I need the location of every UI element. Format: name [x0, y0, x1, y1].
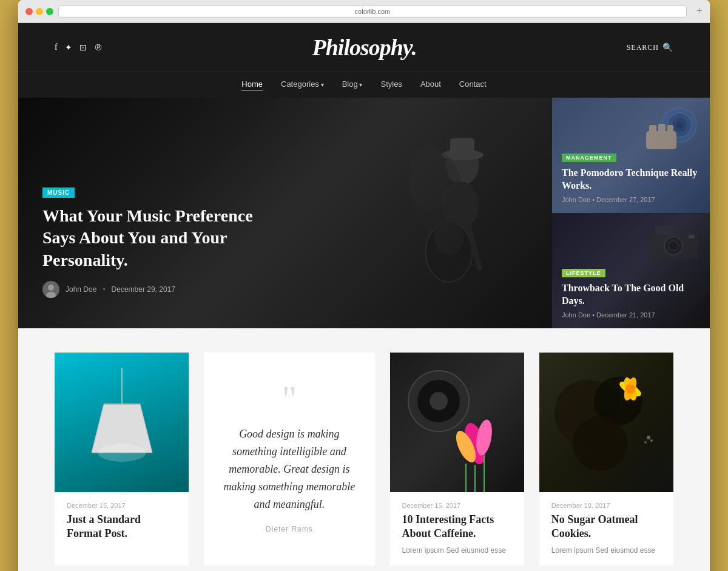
close-button[interactable] [25, 8, 33, 15]
browser-bar: colorlib.com + [18, 0, 710, 23]
browser-dots [25, 8, 53, 15]
nav-categories[interactable]: Categories [281, 79, 324, 90]
side-card-lifestyle-author: John Doe • December 21, 2017 [562, 311, 700, 319]
hero-content: MUSIC What Your Music Preference Says Ab… [42, 186, 273, 298]
svg-point-9 [409, 145, 449, 212]
svg-point-45 [625, 384, 635, 394]
oatmeal-card-date: December 10, 2017 [551, 502, 661, 509]
quote-author: Dieter Rams [266, 525, 313, 533]
side-card-management-title: The Pomodoro Technique Really Works. [562, 167, 700, 192]
search-icon: 🔍 [662, 42, 673, 53]
blog-card-caffeine[interactable]: December 15, 2017 10 Interesting Facts A… [390, 353, 524, 566]
caffeine-card-excerpt: Lorem ipsum Sed eiusmod esse [402, 545, 512, 556]
lamp-background [55, 353, 189, 492]
svg-rect-18 [649, 125, 656, 137]
svg-point-11 [48, 285, 54, 291]
site-header: f ✦ ⊡ ℗ Philosophy. SEARCH 🔍 [18, 23, 710, 72]
lamp-card-image [55, 353, 189, 492]
site-title: Philosophy. [312, 34, 416, 61]
hero-main: MUSIC What Your Music Preference Says Ab… [18, 98, 552, 328]
guitar-player-image [382, 122, 516, 328]
oatmeal-card-excerpt: Lorem ipsum Sed eiusmod esse [551, 545, 661, 556]
nav-blog[interactable]: Blog [342, 79, 363, 90]
twitter-icon[interactable]: ✦ [65, 42, 72, 53]
oatmeal-card-image [539, 353, 673, 492]
equipment-image [643, 220, 704, 262]
oatmeal-card-title: No Sugar Oatmeal Cookies. [551, 513, 661, 541]
hero-date: December 29, 2017 [112, 285, 175, 294]
lamp-card-title: Just a Standard Format Post. [67, 513, 177, 541]
side-card-lifestyle[interactable]: LIFESTYLE Throwback To The Good Old Days… [552, 213, 710, 329]
music-badge: MUSIC [42, 188, 75, 198]
quote-mark: " [282, 384, 297, 413]
svg-point-41 [573, 416, 627, 471]
camera-image [646, 107, 701, 149]
lifestyle-badge: LIFESTYLE [562, 269, 605, 277]
hero-section: MUSIC What Your Music Preference Says Ab… [18, 98, 710, 328]
hero-side: MANAGEMENT The Pomodoro Technique Really… [552, 98, 710, 328]
lamp-card-date: December 15, 2017 [67, 502, 177, 509]
caffeine-card-body: December 15, 2017 10 Interesting Facts A… [390, 492, 524, 566]
blog-card-lamp[interactable]: December 15, 2017 Just a Standard Format… [55, 353, 189, 566]
caffeine-card-date: December 15, 2017 [402, 502, 512, 509]
svg-rect-25 [689, 235, 695, 238]
svg-rect-4 [450, 138, 474, 157]
nav-contact[interactable]: Contact [459, 79, 487, 90]
svg-rect-19 [658, 124, 666, 137]
avatar [42, 281, 59, 298]
facebook-icon[interactable]: f [55, 42, 58, 53]
blog-card-oatmeal[interactable]: December 10, 2017 No Sugar Oatmeal Cooki… [539, 353, 673, 566]
social-icons: f ✦ ⊡ ℗ [55, 42, 103, 53]
hero-title: What Your Music Preference Says About Yo… [42, 205, 273, 271]
svg-point-29 [98, 444, 146, 462]
quote-text: Good design is making something intellig… [222, 425, 356, 513]
svg-point-47 [644, 441, 647, 444]
lamp-card-body: December 15, 2017 Just a Standard Format… [55, 492, 189, 551]
instagram-icon[interactable]: ⊡ [79, 42, 87, 53]
coffee-flowers-illustration [390, 353, 524, 492]
separator: • [103, 285, 105, 294]
svg-point-48 [650, 439, 653, 442]
oatmeal-illustration [539, 353, 673, 492]
hero-author: John Doe • December 29, 2017 [42, 281, 273, 298]
caffeine-card-image [390, 353, 524, 492]
nav-about[interactable]: About [420, 79, 441, 90]
author-name: John Doe [66, 285, 96, 294]
side-card-management-content: MANAGEMENT The Pomodoro Technique Really… [562, 151, 700, 203]
caffeine-card-title: 10 Interesting Facts About Caffeine. [402, 513, 512, 541]
pinterest-icon[interactable]: ℗ [94, 42, 103, 53]
search-label: SEARCH [627, 43, 659, 52]
oatmeal-background [539, 353, 673, 492]
address-bar[interactable]: colorlib.com [58, 5, 687, 18]
lamp-illustration [86, 368, 158, 477]
svg-point-32 [430, 392, 448, 410]
svg-point-46 [647, 436, 650, 439]
search-button[interactable]: SEARCH 🔍 [627, 42, 673, 53]
coffee-background [390, 353, 524, 492]
new-tab-button[interactable]: + [696, 5, 703, 18]
minimize-button[interactable] [36, 8, 43, 15]
svg-point-24 [669, 241, 678, 251]
quote-card: " Good design is making something intell… [204, 353, 374, 566]
side-card-lifestyle-title: Throwback To The Good Old Days. [562, 282, 700, 308]
oatmeal-card-body: December 10, 2017 No Sugar Oatmeal Cooki… [539, 492, 673, 566]
nav-styles[interactable]: Styles [380, 79, 402, 90]
svg-rect-20 [667, 125, 673, 137]
side-card-management[interactable]: MANAGEMENT The Pomodoro Technique Really… [552, 98, 710, 213]
svg-rect-22 [655, 226, 673, 235]
maximize-button[interactable] [46, 8, 53, 15]
management-badge: MANAGEMENT [562, 154, 616, 162]
nav-home[interactable]: Home [241, 79, 263, 90]
blog-section: December 15, 2017 Just a Standard Format… [18, 328, 710, 571]
browser-window: colorlib.com + f ✦ ⊡ ℗ Philosophy. SEARC… [18, 0, 710, 571]
site-nav: Home Categories Blog Styles About Contac… [18, 72, 710, 98]
side-card-lifestyle-content: LIFESTYLE Throwback To The Good Old Days… [562, 266, 700, 319]
svg-point-16 [676, 121, 683, 129]
side-card-management-author: John Doe • December 27, 2017 [562, 196, 700, 203]
